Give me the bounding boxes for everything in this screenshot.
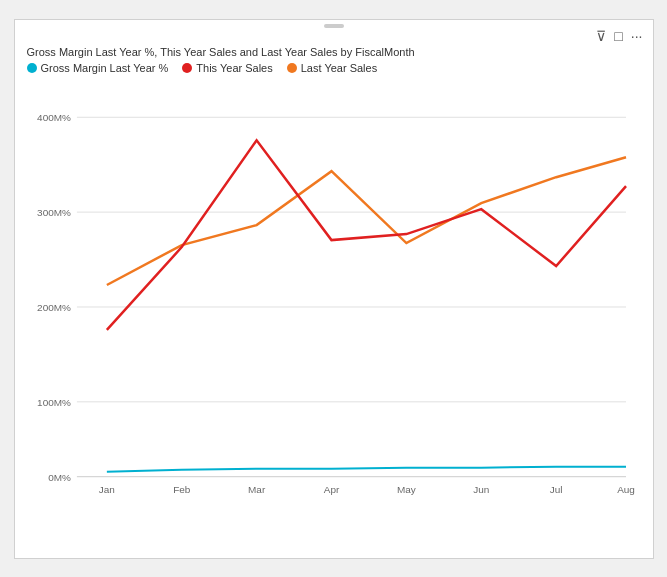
chart-area: 400M% 300M% 200M% 100M% 0M% Jan Feb Mar … [27, 82, 641, 512]
y-label-400: 400M% [37, 112, 71, 123]
x-label-mar: Mar [248, 483, 266, 494]
legend-label-last-year: Last Year Sales [301, 62, 377, 74]
chart-title: Gross Margin Last Year %, This Year Sale… [27, 46, 641, 58]
y-label-0: 0M% [48, 471, 71, 482]
x-label-may: May [396, 483, 415, 494]
legend-dot-last-year [287, 63, 297, 73]
last-year-sales-line [106, 157, 625, 285]
chart-container: ⊽ □ ··· Gross Margin Last Year %, This Y… [14, 19, 654, 559]
chart-legend: Gross Margin Last Year % This Year Sales… [27, 62, 641, 74]
x-label-jan: Jan [98, 483, 114, 494]
legend-item-last-year: Last Year Sales [287, 62, 377, 74]
drag-handle [324, 24, 344, 28]
toolbar: ⊽ □ ··· [596, 28, 642, 44]
legend-item-this-year: This Year Sales [182, 62, 272, 74]
x-label-apr: Apr [323, 483, 339, 494]
this-year-sales-line [106, 140, 625, 330]
legend-dot-gross-margin [27, 63, 37, 73]
gross-margin-line [106, 466, 625, 471]
x-label-jun: Jun [473, 483, 489, 494]
legend-label-this-year: This Year Sales [196, 62, 272, 74]
legend-item-gross-margin: Gross Margin Last Year % [27, 62, 169, 74]
y-label-300: 300M% [37, 207, 71, 218]
legend-dot-this-year [182, 63, 192, 73]
more-icon[interactable]: ··· [631, 28, 643, 44]
x-label-feb: Feb [173, 483, 191, 494]
y-label-200: 200M% [37, 301, 71, 312]
chart-svg: 400M% 300M% 200M% 100M% 0M% Jan Feb Mar … [27, 82, 641, 512]
focus-icon[interactable]: □ [614, 28, 622, 44]
x-label-aug: Aug [617, 483, 635, 494]
x-label-jul: Jul [549, 483, 562, 494]
legend-label-gross-margin: Gross Margin Last Year % [41, 62, 169, 74]
filter-icon[interactable]: ⊽ [596, 28, 606, 44]
y-label-100: 100M% [37, 396, 71, 407]
